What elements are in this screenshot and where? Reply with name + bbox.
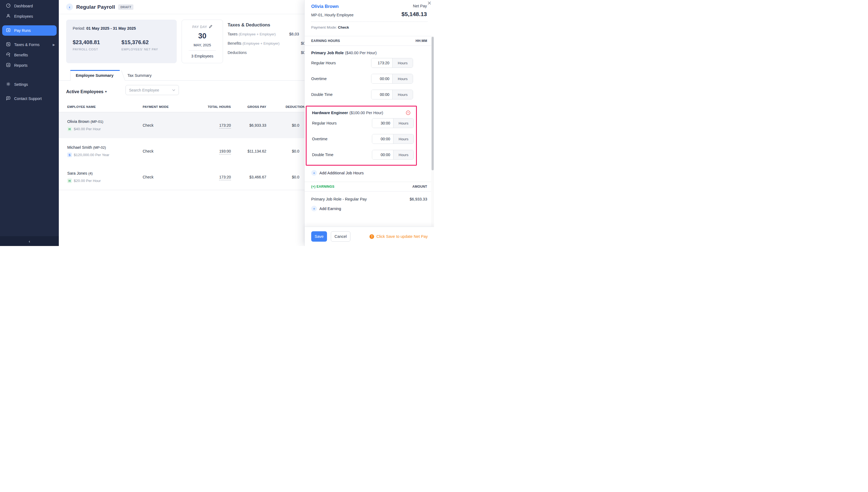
benefits-sublabel: (Employee + Employer)	[242, 42, 279, 46]
sidebar-item-contact-support[interactable]: Contact Support	[0, 94, 59, 104]
drawer-employee-link[interactable]: Olivia Brown	[311, 4, 427, 9]
job-hours-block-hardware-engineer-highlighted: Hardware Engineer ($100.00 Per Hour) Reg…	[306, 106, 417, 166]
payment-mode-label: Payment Mode:	[311, 25, 337, 29]
earnings-title: (+) EARNINGS	[311, 185, 334, 189]
drawer-scroll-body[interactable]: EARNING HOURS HH:MM Primary Job Role ($4…	[305, 36, 434, 227]
tab-employee-summary[interactable]: Employee Summary	[70, 70, 119, 81]
payday-employee-count: 3 Employees	[182, 54, 223, 58]
status-badge: DRAFT	[118, 4, 133, 10]
earning-row: Primary Job Role - Regular Pay $6,933.33	[305, 192, 434, 201]
sidebar-collapse-button[interactable]: ‹	[0, 236, 59, 246]
hours-suffix: Hours	[392, 58, 413, 68]
add-earning-button[interactable]: + Add Earning	[305, 201, 434, 213]
overtime-hours-input[interactable]	[372, 134, 393, 144]
sidebar-item-settings[interactable]: Settings	[0, 79, 59, 90]
drawer-footer: Save Cancel ! Click Save to update Net P…	[305, 227, 434, 246]
warning-text: Click Save to update Net Pay	[376, 234, 428, 239]
deductions-cell: $0.0	[292, 123, 299, 127]
hour-row-label: Regular Hours	[312, 121, 337, 125]
col-payment-mode: PAYMENT MODE	[143, 105, 169, 108]
employee-name[interactable]: Olivia Brown	[67, 119, 89, 124]
sidebar-item-reports[interactable]: Reports	[0, 60, 59, 71]
regular-hours-input[interactable]	[372, 119, 393, 128]
payday-card: PAY DAY 30 MAY, 2025 3 Employees	[182, 20, 223, 63]
regular-hours-input[interactable]	[371, 58, 392, 68]
drawer-payment-mode: Payment Mode: Check	[305, 22, 434, 32]
payroll-cost-label: PAYROLL COST	[73, 48, 122, 51]
drawer-net-pay-value: $5,148.13	[402, 11, 427, 18]
hour-row-label: Double Time	[311, 92, 333, 97]
employee-name[interactable]: Sara Jones	[67, 171, 87, 175]
plus-icon: +	[311, 170, 317, 176]
save-button[interactable]: Save	[311, 231, 327, 242]
drawer-scrollbar[interactable]	[431, 36, 434, 227]
hour-row-label: Overtime	[312, 137, 327, 141]
double-time-hours-input[interactable]	[372, 150, 393, 159]
gross-pay-cell: $11,134.62	[236, 149, 266, 153]
overtime-hours-input[interactable]	[371, 74, 392, 83]
deductions-cell: $0.0	[292, 149, 299, 153]
payday-label: PAY DAY	[192, 25, 207, 29]
col-gross-pay: GROSS PAY	[236, 105, 266, 108]
earning-hours-title: EARNING HOURS	[311, 39, 340, 43]
sidebar-item-label: Taxes & Forms	[14, 43, 40, 47]
hours-suffix: Hours	[393, 150, 414, 159]
employee-name[interactable]: Michael Smith	[67, 145, 92, 150]
total-hours-cell[interactable]: 173:20	[201, 175, 231, 179]
double-time-row: Double Time Hours	[305, 87, 434, 102]
back-button[interactable]: ‹	[66, 3, 73, 10]
app-window: Dashboard Employees Pay Runs Taxes & For…	[0, 0, 434, 246]
taxes-value: $8,03	[289, 32, 299, 36]
employee-code: (MP-01)	[90, 120, 103, 124]
tab-label: Tax Summary	[127, 73, 152, 78]
sidebar-item-employees[interactable]: Employees	[0, 11, 59, 22]
add-link-label: Add Additional Job Hours	[319, 171, 364, 175]
payroll-cost-value: $23,408.81	[73, 39, 122, 46]
employee-rate: $20.00 Per Hour	[74, 179, 101, 183]
double-time-hours-input[interactable]	[371, 90, 392, 99]
hours-suffix: Hours	[392, 90, 413, 99]
total-hours-cell[interactable]: 193:00	[201, 149, 231, 153]
regular-hours-row: Regular Hours Hours	[305, 55, 434, 71]
remove-job-button[interactable]	[406, 110, 411, 115]
sidebar-item-label: Employees	[14, 14, 33, 19]
drawer-net-pay-label: Net Pay	[413, 4, 427, 8]
hourly-badge: H	[67, 127, 72, 131]
search-employee-select[interactable]: Search Employee	[126, 85, 179, 95]
scrollbar-thumb[interactable]	[431, 37, 434, 170]
employee-filter-dropdown[interactable]: Active Employees▼	[66, 89, 107, 94]
sidebar-item-benefits[interactable]: Benefits	[0, 50, 59, 60]
drawer-header: Olivia Brown Net Pay MP-01, Hourly Emplo…	[305, 0, 434, 17]
job-rate: ($100.00 Per Hour)	[349, 110, 383, 115]
payment-mode-cell: Check	[143, 149, 154, 153]
chevron-right-icon: ▶	[53, 43, 55, 47]
sidebar-item-label: Settings	[14, 82, 28, 87]
taxes-sublabel: (Employee + Employer)	[238, 32, 275, 36]
employee-rate: $40.00 Per Hour	[74, 127, 101, 131]
gross-pay-cell: $3,466.67	[236, 175, 266, 179]
sidebar-item-taxes-forms[interactable]: Taxes & Forms ▶	[0, 40, 59, 50]
job-name: Hardware Engineer	[312, 110, 348, 115]
add-additional-job-hours-button[interactable]: + Add Additional Job Hours	[305, 166, 434, 177]
edit-pencil-icon[interactable]	[209, 25, 212, 29]
hours-suffix: Hours	[393, 119, 414, 128]
tab-tax-summary[interactable]: Tax Summary	[127, 70, 152, 81]
job-rate: ($40.00 Per Hour)	[345, 51, 376, 55]
period-label: Period:	[73, 26, 85, 30]
warning-icon: !	[369, 234, 374, 239]
cancel-button[interactable]: Cancel	[331, 231, 350, 242]
sidebar-item-label: Reports	[14, 63, 27, 68]
sidebar: Dashboard Employees Pay Runs Taxes & For…	[0, 0, 59, 246]
gross-pay-cell: $6,933.33	[236, 123, 266, 127]
plus-icon: +	[311, 206, 317, 212]
job-name: Primary Job Role	[311, 51, 344, 55]
benefits-label: Benefits	[228, 41, 241, 46]
double-time-row: Double Time Hours	[307, 147, 416, 163]
sidebar-item-dashboard[interactable]: Dashboard	[0, 1, 59, 11]
hour-row-label: Regular Hours	[311, 61, 336, 65]
sidebar-item-pay-runs[interactable]: Pay Runs	[2, 25, 57, 36]
add-link-label: Add Earning	[319, 206, 341, 211]
reports-icon	[6, 63, 10, 68]
close-icon[interactable]: ✕	[427, 1, 431, 6]
total-hours-cell[interactable]: 173:20	[201, 123, 231, 127]
